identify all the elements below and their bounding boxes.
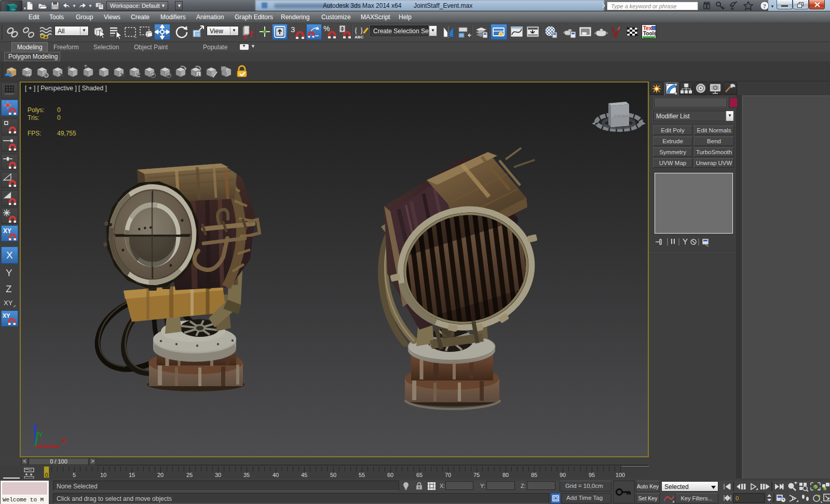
svg-text:XY: XY (3, 312, 10, 319)
svg-text:{ }: { } (354, 26, 363, 34)
svg-text:XY: XY (3, 227, 11, 235)
svg-text:X: X (6, 250, 13, 261)
svg-text:1: 1 (197, 72, 200, 77)
svg-text:?: ? (763, 2, 767, 10)
svg-text:ABC: ABC (355, 35, 364, 39)
svg-text:3: 3 (291, 25, 295, 34)
svg-text:Z: Z (6, 283, 12, 294)
svg-text:▼: ▼ (770, 4, 774, 9)
svg-text:Y: Y (6, 267, 12, 278)
svg-text:%: % (323, 24, 330, 33)
svg-text:XY: XY (4, 299, 13, 307)
